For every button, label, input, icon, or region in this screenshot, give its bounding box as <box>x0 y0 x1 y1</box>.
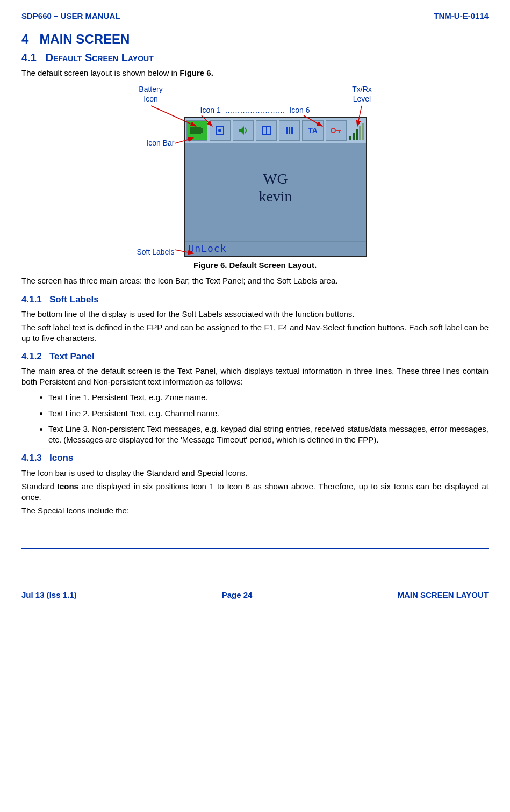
icon-slot-3 <box>256 120 277 141</box>
svg-point-9 <box>331 128 335 133</box>
icon1-callout: Icon 1 <box>200 106 221 114</box>
p413c: The Special Icons include the: <box>21 505 489 516</box>
section-4-1-1-heading: 4.1.1 Soft Labels <box>21 294 489 306</box>
icon-slot-4 <box>279 120 300 141</box>
footer-rule <box>21 548 489 549</box>
softlabels-callout: Soft Labels <box>132 248 175 257</box>
radio-icon <box>214 125 226 136</box>
svg-rect-1 <box>201 128 203 133</box>
svg-point-3 <box>218 129 221 132</box>
sec412-num: 4.1.2 <box>21 351 42 361</box>
intro41-figref: Figure 6. <box>179 68 213 77</box>
key-icon <box>330 126 342 135</box>
txrx-callout-text: Tx/Rx Level <box>349 84 376 104</box>
battery-icon <box>186 120 207 141</box>
sec41-num: 4.1 <box>21 52 37 63</box>
txrx-callout: Tx/Rx Level <box>349 84 376 104</box>
sec412-title: Text Panel <box>49 351 95 361</box>
p412a: The main area of the default screen is t… <box>21 366 489 387</box>
svg-rect-7 <box>289 127 290 134</box>
figure-caption: Figure 6. Default Screen Layout. <box>21 260 489 271</box>
sec413-num: 4.1.3 <box>21 453 42 463</box>
section-4-1-heading: 4.1 Default Screen Layout <box>21 50 489 64</box>
footer-left: Jul 13 (Iss 1.1) <box>21 590 77 600</box>
footer-center: Page 24 <box>222 590 253 600</box>
intro41-text: The default screen layout is shown below… <box>21 68 179 77</box>
svg-rect-0 <box>190 127 201 134</box>
icon-slot-1 <box>210 120 231 141</box>
section-4-heading: 4 MAIN SCREEN <box>21 31 489 47</box>
header-rule <box>21 24 489 25</box>
book-icon <box>261 125 272 136</box>
text-line-1: WG <box>185 170 366 188</box>
footer-right: MAIN SCREEN LAYOUT <box>398 590 489 600</box>
header-right: TNM-U-E-0114 <box>434 11 489 21</box>
bullet-1: Text Line 1. Persistent Text, e.g. Zone … <box>48 392 489 403</box>
p413a: The Icon bar is used to display the Stan… <box>21 468 489 479</box>
page-footer: Jul 13 (Iss 1.1) Page 24 MAIN SCREEN LAY… <box>21 586 489 600</box>
battery-callout: Battery Icon <box>135 84 167 104</box>
signal-icon <box>349 121 365 140</box>
text-panel-bullets: Text Line 1. Persistent Text, e.g. Zone … <box>21 392 489 445</box>
svg-rect-6 <box>286 127 288 134</box>
icon-slot-5: TA <box>302 120 323 141</box>
section-4-1-2-heading: 4.1.2 Text Panel <box>21 351 489 363</box>
p413b-post: are displayed in six positions Icon 1 to… <box>21 482 489 502</box>
sec41-title: Default Screen Layout <box>45 52 153 63</box>
sec413-title: Icons <box>49 453 73 463</box>
screen-area: Icon Bar Soft Labels <box>132 117 379 257</box>
soft-label-text: UnLock <box>189 242 227 255</box>
text-line-2: kevin <box>185 187 366 206</box>
icon-bar: TA <box>185 118 366 143</box>
text-panel: WG kevin <box>185 143 366 206</box>
list-icon <box>284 125 296 136</box>
speaker-icon <box>237 125 249 136</box>
sec411-title: Soft Labels <box>49 294 99 305</box>
p413b-pre: Standard <box>21 482 58 491</box>
after-caption-text: The screen has three main areas: the Ico… <box>21 276 489 286</box>
p411b: The soft label text is defined in the FP… <box>21 322 489 343</box>
intro-4-1: The default screen layout is shown below… <box>21 68 489 78</box>
battery-glyph <box>190 127 203 134</box>
side-callouts: Icon Bar Soft Labels <box>132 117 175 257</box>
page-header: SDP660 – USER MANUAL TNM-U-E-0114 <box>21 11 489 24</box>
p413b: Standard Icons are displayed in six posi… <box>21 481 489 502</box>
soft-label-row: UnLock <box>185 241 366 256</box>
iconbar-callout: Icon Bar <box>132 139 175 148</box>
bullet-2: Text Line 2. Persistent Text, e.g. Chann… <box>48 408 489 419</box>
device-screen: TA WG kevin UnLock <box>184 117 367 257</box>
figure-6-wrapper: Battery Icon Tx/Rx Level Icon 1 ……………………… <box>132 84 379 257</box>
header-left: SDP660 – USER MANUAL <box>21 11 120 21</box>
sec4-num: 4 <box>21 32 28 46</box>
sec4-title: MAIN SCREEN <box>39 32 130 46</box>
ta-icon-text: TA <box>308 126 318 135</box>
sec411-num: 4.1.1 <box>21 294 42 305</box>
dots-callout: …………………… <box>225 106 285 114</box>
mid-callouts: Icon 1 …………………… Icon 6 <box>132 105 379 115</box>
p413b-bold: Icons <box>58 482 78 491</box>
bullet-3: Text Line 3. Non-persistent Text message… <box>48 424 489 445</box>
section-4-1-3-heading: 4.1.3 Icons <box>21 452 489 464</box>
icon-slot-2 <box>233 120 254 141</box>
top-callouts: Battery Icon Tx/Rx Level <box>132 84 379 104</box>
battery-callout-text: Battery Icon <box>135 84 167 104</box>
svg-rect-8 <box>291 127 293 134</box>
icon6-callout: Icon 6 <box>289 106 310 114</box>
p411a: The bottom line of the display is used f… <box>21 309 489 320</box>
icon-slot-6 <box>326 120 347 141</box>
